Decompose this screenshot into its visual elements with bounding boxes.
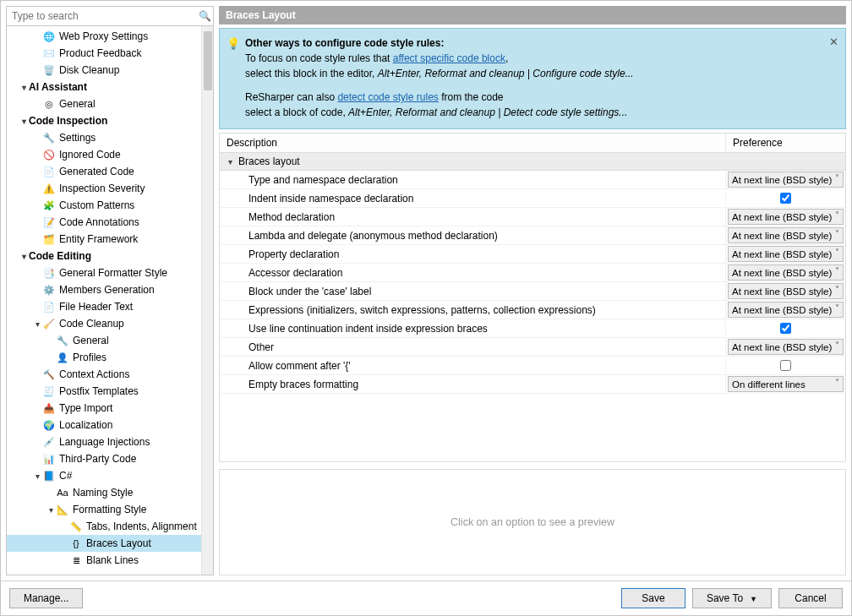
tree-item[interactable]: ▸🗂️Entity Framework bbox=[7, 231, 213, 248]
tree-item[interactable]: ▸{}Braces Layout bbox=[7, 535, 213, 552]
search-input[interactable] bbox=[7, 7, 196, 25]
banner-text: To focus on code style rules that bbox=[245, 52, 393, 64]
chevron-down-icon: ▾ bbox=[19, 117, 29, 126]
footer: Manage... Save Save To▼ Cancel bbox=[1, 581, 851, 615]
preference-dropdown[interactable]: On different lines bbox=[728, 376, 844, 392]
tree-item[interactable]: ▸📝Code Annotations bbox=[7, 214, 213, 231]
tree-item[interactable]: ▾🧹Code Cleanup bbox=[7, 315, 213, 332]
preference-checkbox[interactable] bbox=[780, 323, 791, 334]
tree-item-icon: 🔧 bbox=[56, 334, 69, 347]
tree-item[interactable]: ▸⚙️Members Generation bbox=[7, 281, 213, 298]
preference-dropdown[interactable]: At next line (BSD style) bbox=[728, 246, 844, 262]
option-row[interactable]: Indent inside namespace declaration bbox=[220, 189, 845, 208]
tree-item[interactable]: ▸📊Third-Party Code bbox=[7, 450, 213, 467]
tree-item[interactable]: ▸📄File Header Text bbox=[7, 298, 213, 315]
tree-item[interactable]: ▸🚫Ignored Code bbox=[7, 146, 213, 163]
tree-item-icon: ≣ bbox=[69, 553, 83, 567]
search-row: 🔍 bbox=[7, 7, 213, 26]
tree-item-label: Naming Style bbox=[73, 487, 133, 499]
preference-dropdown[interactable]: At next line (BSD style) bbox=[728, 172, 844, 188]
tree-item[interactable]: ▾📘C# bbox=[7, 467, 213, 484]
preference-dropdown[interactable]: At next line (BSD style) bbox=[728, 264, 844, 281]
tree-item[interactable]: ▾Code Inspection bbox=[7, 112, 213, 129]
link-affect-block[interactable]: affect specific code block bbox=[393, 52, 505, 64]
tree-item[interactable]: ▸🌍Localization bbox=[7, 417, 213, 433]
tree-item-label: Entity Framework bbox=[59, 233, 138, 245]
tree-item-label: C# bbox=[59, 470, 72, 482]
tree-item[interactable]: ▸⚠️Inspection Severity bbox=[7, 180, 213, 197]
option-label: Accessor declaration bbox=[220, 264, 725, 281]
preference-dropdown[interactable]: At next line (BSD style) bbox=[728, 227, 844, 243]
tree-item-label: General Formatter Style bbox=[59, 267, 167, 279]
tree-item-icon: ⚠️ bbox=[42, 182, 56, 195]
tree-item-icon: 📄 bbox=[42, 165, 56, 178]
tree-item-icon: 🔧 bbox=[42, 131, 56, 144]
tree-item-icon: 🚫 bbox=[42, 148, 56, 161]
tree-item[interactable]: ▸💉Language Injections bbox=[7, 433, 213, 450]
option-row[interactable]: Lambda and delegate (anonymous method de… bbox=[220, 226, 845, 245]
tree-scroll-thumb[interactable] bbox=[204, 31, 212, 90]
tree-item[interactable]: ▸🌐Web Proxy Settings bbox=[7, 28, 213, 45]
preference-dropdown[interactable]: At next line (BSD style) bbox=[728, 339, 844, 355]
option-preference: At next line (BSD style) bbox=[725, 171, 845, 188]
option-row[interactable]: Accessor declarationAt next line (BSD st… bbox=[220, 264, 845, 282]
option-preference bbox=[725, 322, 845, 335]
preference-dropdown[interactable]: At next line (BSD style) bbox=[728, 209, 844, 225]
option-row[interactable]: Method declarationAt next line (BSD styl… bbox=[220, 208, 845, 226]
chevron-down-icon: ▾ bbox=[32, 472, 42, 481]
tree-item[interactable]: ▾Code Editing bbox=[7, 248, 213, 264]
tree-scrollbar[interactable] bbox=[201, 26, 213, 575]
tree-item-icon: 🔨 bbox=[42, 368, 56, 381]
tree-item-label: Profiles bbox=[73, 352, 106, 363]
option-row[interactable]: Use line continuation indent inside expr… bbox=[220, 319, 845, 338]
tree-item[interactable]: ▸🔧Settings bbox=[7, 129, 213, 146]
tree-item[interactable]: ▸🔨Context Actions bbox=[7, 366, 213, 383]
tree-item[interactable]: ▸🗑️Disk Cleanup bbox=[7, 62, 213, 79]
tree-item-label: Web Proxy Settings bbox=[59, 30, 148, 42]
tree-item-icon: {} bbox=[69, 537, 83, 550]
group-braces-layout[interactable]: ▾ Braces layout bbox=[220, 153, 845, 171]
search-icon[interactable]: 🔍 bbox=[196, 10, 213, 22]
options-window: 🔍 ▸🌐Web Proxy Settings▸✉️Product Feedbac… bbox=[0, 0, 852, 616]
tree-item[interactable]: ▸AaNaming Style bbox=[7, 484, 213, 501]
chevron-down-icon: ▾ bbox=[19, 83, 29, 92]
tree-item-icon: ✉️ bbox=[42, 46, 56, 60]
tree-item[interactable]: ▸◎General bbox=[7, 95, 213, 112]
preference-checkbox[interactable] bbox=[780, 360, 791, 371]
tree-item-label: File Header Text bbox=[59, 301, 133, 313]
tree-item[interactable]: ▸📏Tabs, Indents, Alignment bbox=[7, 518, 213, 535]
tree-item[interactable]: ▸👤Profiles bbox=[7, 349, 213, 366]
tree-item[interactable]: ▸🔧General bbox=[7, 332, 213, 349]
cancel-button[interactable]: Cancel bbox=[778, 588, 843, 608]
preference-checkbox[interactable] bbox=[780, 193, 791, 204]
option-row[interactable]: Type and namespace declarationAt next li… bbox=[220, 171, 845, 189]
option-row[interactable]: Property declarationAt next line (BSD st… bbox=[220, 245, 845, 264]
tree-item-icon: 🌐 bbox=[42, 30, 56, 43]
tree-item[interactable]: ▾📐Formatting Style bbox=[7, 501, 213, 518]
panel-title: Braces Layout bbox=[219, 6, 846, 25]
tree-item[interactable]: ▸≣Blank Lines bbox=[7, 552, 213, 569]
option-row[interactable]: OtherAt next line (BSD style) bbox=[220, 338, 845, 357]
options-header: Description Preference bbox=[220, 134, 845, 153]
save-button[interactable]: Save bbox=[621, 588, 685, 608]
link-detect-rules[interactable]: detect code style rules bbox=[337, 91, 438, 103]
preference-dropdown[interactable]: At next line (BSD style) bbox=[728, 302, 844, 318]
tree-item[interactable]: ▸✉️Product Feedback bbox=[7, 45, 213, 62]
tree-item-label: Blank Lines bbox=[86, 554, 139, 566]
tree-item[interactable]: ▸📑General Formatter Style bbox=[7, 264, 213, 281]
tree-item-label: Disk Cleanup bbox=[59, 64, 119, 76]
close-icon[interactable]: ✕ bbox=[829, 34, 838, 51]
option-row[interactable]: Expressions (initializers, switch expres… bbox=[220, 301, 845, 319]
option-row[interactable]: Allow comment after '{' bbox=[220, 357, 845, 375]
option-row[interactable]: Block under the 'case' labelAt next line… bbox=[220, 282, 845, 301]
preference-dropdown[interactable]: At next line (BSD style) bbox=[728, 283, 844, 299]
tree-item[interactable]: ▸📄Generated Code bbox=[7, 163, 213, 180]
manage-button[interactable]: Manage... bbox=[9, 588, 83, 608]
tree-item[interactable]: ▾AI Assistant bbox=[7, 79, 213, 95]
option-row[interactable]: Empty braces formattingOn different line… bbox=[220, 375, 845, 394]
save-to-button[interactable]: Save To▼ bbox=[692, 588, 772, 608]
tree-item[interactable]: ▸🧩Custom Patterns bbox=[7, 197, 213, 214]
tree-item[interactable]: ▸📥Type Import bbox=[7, 400, 213, 417]
tree-item-icon: 📊 bbox=[42, 452, 56, 466]
tree-item[interactable]: ▸🧾Postfix Templates bbox=[7, 383, 213, 400]
